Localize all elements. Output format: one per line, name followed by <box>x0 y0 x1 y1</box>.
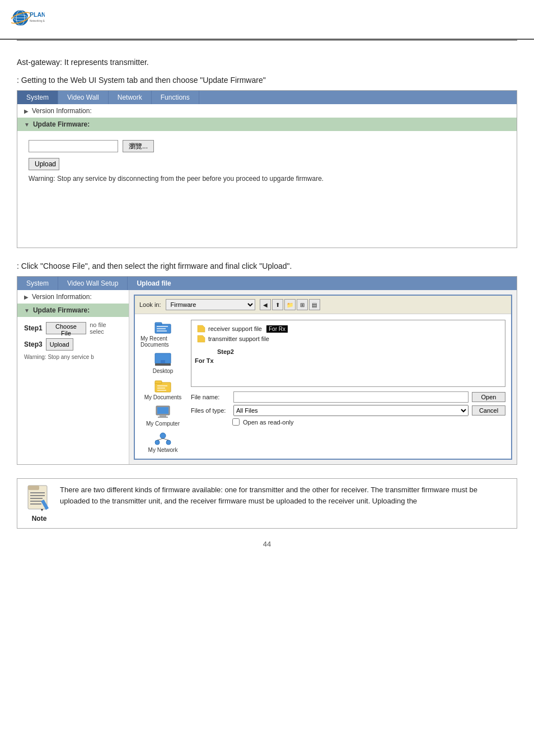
note-label: Note <box>32 515 47 522</box>
content-area-1: 瀏覽... Upload Warning: Stop any service b… <box>17 131 517 248</box>
file-path-input[interactable] <box>29 140 118 152</box>
desktop-icon <box>154 352 172 367</box>
read-only-row: Open as read-only <box>232 418 505 426</box>
sidebar-menu-2: ▶ Version Information: ▼ Update Firmware… <box>17 290 129 317</box>
file-dialog: Look in: Firmware ◀ ⬆ 📁 ⊞ ▤ <box>134 295 512 460</box>
left-panel-steps: Step1 Choose File no file selec Step3 Up… <box>17 317 129 365</box>
for-tx-label: For Tx <box>195 357 502 364</box>
file-list: receiver support file For Rx transmitter… <box>191 320 505 387</box>
my-network-icon <box>154 431 172 446</box>
my-documents-item[interactable]: My Documents <box>144 379 182 400</box>
menu-item-update-firmware[interactable]: ▼ Update Firmware: <box>17 118 517 131</box>
tab-videowall[interactable]: Video Wall <box>58 91 109 104</box>
menu-item-version-2[interactable]: ▶ Version Information: <box>17 290 129 304</box>
file-input-row: 瀏覽... <box>29 140 505 152</box>
step3-row: Step3 Upload <box>24 338 122 351</box>
note-icon <box>25 484 53 512</box>
up-btn[interactable]: ⬆ <box>272 299 283 310</box>
svg-point-25 <box>155 440 160 445</box>
look-in-row: Look in: Firmware ◀ ⬆ 📁 ⊞ ▤ <box>135 296 511 314</box>
svg-rect-33 <box>30 498 43 499</box>
main-content: Ast-gateway: It represents transmitter. … <box>0 46 534 559</box>
open-readonly-checkbox[interactable] <box>232 418 240 426</box>
cancel-button[interactable]: Cancel <box>472 405 505 416</box>
note-box: Note There are two different kinds of fi… <box>17 478 517 529</box>
instruction1: : Getting to the Web UI System tab and t… <box>17 76 517 85</box>
step2-label: Step2 <box>217 348 234 355</box>
step2-area: Step2 <box>195 348 502 355</box>
tab-functions[interactable]: Functions <box>152 91 199 104</box>
warning-text-2: Warning: Stop any service b <box>24 354 122 360</box>
browse-button[interactable]: 瀏覽... <box>123 140 154 152</box>
svg-marker-37 <box>41 509 43 511</box>
svg-rect-18 <box>157 388 165 389</box>
desktop-label: Desktop <box>153 368 174 374</box>
left-panel: ▶ Version Information: ▼ Update Firmware… <box>17 290 129 464</box>
svg-rect-22 <box>160 415 166 417</box>
ui-screenshot-1: System Video Wall Network Functions ▶ Ve… <box>17 90 517 248</box>
menu-item-version[interactable]: ▶ Version Information: <box>17 104 517 118</box>
step2-indicator: Step2 <box>195 348 234 355</box>
planet-logo-icon: PLANET Networking & Communication <box>11 7 45 32</box>
header-divider <box>17 40 517 41</box>
upload-button-1[interactable]: Upload <box>29 158 59 170</box>
look-in-select[interactable]: Firmware <box>166 299 255 310</box>
file-name-label: File name: <box>191 394 230 400</box>
choose-file-button[interactable]: Choose File <box>46 322 86 334</box>
tab-system-2[interactable]: System <box>17 277 58 290</box>
receiver-file-name: receiver support file <box>208 325 262 332</box>
back-btn[interactable]: ◀ <box>260 299 271 310</box>
svg-rect-31 <box>30 492 45 493</box>
transmitter-file-name: transmitter support file <box>208 335 269 342</box>
transmitter-file-item[interactable]: transmitter support file <box>195 334 502 344</box>
tab-network[interactable]: Network <box>109 91 152 104</box>
svg-rect-17 <box>157 385 167 386</box>
arrow-icon-version-2: ▶ <box>24 294 29 300</box>
my-network-item[interactable]: My Network <box>148 431 178 453</box>
page-number: 44 <box>17 540 517 548</box>
tab-videowall-setup[interactable]: Video Wall Setup <box>58 277 128 290</box>
instruction2: : Click "Choose File", and then select t… <box>17 262 517 270</box>
view2-btn[interactable]: ▤ <box>309 299 320 310</box>
new-folder-btn[interactable]: 📁 <box>284 299 296 310</box>
open-button[interactable]: Open <box>472 392 505 402</box>
receiver-file-item[interactable]: receiver support file For Rx <box>195 324 502 334</box>
dialog-sidebar: My Recent Documents Desktop <box>140 320 185 453</box>
my-documents-icon <box>154 379 172 393</box>
my-network-label: My Network <box>148 447 178 453</box>
svg-rect-30 <box>28 486 39 490</box>
tab-system[interactable]: System <box>17 91 58 104</box>
svg-rect-32 <box>30 495 45 496</box>
upload-button-2[interactable]: Upload <box>46 338 73 351</box>
view1-btn[interactable]: ⊞ <box>297 299 308 310</box>
desktop-item[interactable]: Desktop <box>153 352 174 374</box>
tab-bar-2: System Video Wall Setup Upload file <box>17 277 517 290</box>
warning-text-1: Warning: Stop any service by disconnecti… <box>29 175 505 183</box>
svg-rect-23 <box>158 417 168 418</box>
files-of-type-select[interactable]: All Files <box>233 405 469 416</box>
my-computer-item[interactable]: My Computer <box>146 405 180 427</box>
for-rx-badge: For Rx <box>266 325 288 333</box>
svg-rect-35 <box>30 503 41 505</box>
arrow-icon-firmware: ▼ <box>24 122 30 128</box>
my-recent-docs-item[interactable]: My Recent Documents <box>140 320 185 348</box>
step3-label: Step3 <box>24 340 43 348</box>
svg-text:PLANET: PLANET <box>30 11 45 18</box>
svg-line-27 <box>157 438 163 440</box>
file-name-input[interactable] <box>233 391 469 403</box>
svg-rect-9 <box>157 326 168 327</box>
my-computer-icon <box>154 405 172 419</box>
svg-point-24 <box>160 433 166 438</box>
svg-rect-10 <box>157 328 166 329</box>
file-dialog-area: Look in: Firmware ◀ ⬆ 📁 ⊞ ▤ <box>129 290 517 464</box>
svg-rect-21 <box>157 407 168 414</box>
svg-point-26 <box>166 440 171 445</box>
ui2-body: ▶ Version Information: ▼ Update Firmware… <box>17 290 517 464</box>
menu-item-firmware-2[interactable]: ▼ Update Firmware: <box>17 304 129 317</box>
note-text: There are two different kinds of firmwar… <box>60 484 509 522</box>
arrow-icon-version: ▶ <box>24 108 29 114</box>
svg-rect-13 <box>155 363 171 366</box>
header: PLANET Networking & Communication <box>0 0 534 40</box>
recent-docs-label: My Recent Documents <box>140 335 185 348</box>
paragraph1: Ast-gateway: It represents transmitter. <box>17 58 517 67</box>
